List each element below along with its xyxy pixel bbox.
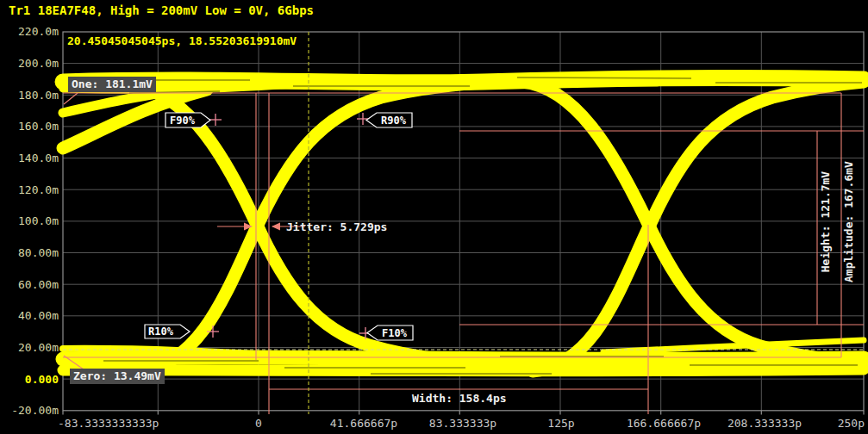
x-tick-label: 41.666667p bbox=[330, 417, 397, 430]
f90-tag: F90% bbox=[170, 115, 195, 127]
jitter-measurement: Jitter: 5.729ps bbox=[286, 220, 387, 233]
x-tick-label: -83.3333333333p bbox=[58, 417, 159, 430]
zero-level-label: Zero: 13.49mV bbox=[70, 369, 165, 384]
axis-ticks bbox=[63, 411, 864, 415]
x-tick-label: 83.333333p bbox=[429, 417, 496, 430]
y-tick-label: 220.0m bbox=[5, 25, 59, 38]
height-measurement: Height: 121.7mV bbox=[819, 153, 832, 291]
x-tick-label: 208.333333p bbox=[727, 417, 802, 430]
y-tick-label: 140.0m bbox=[5, 152, 59, 164]
y-tick-label: 200.0m bbox=[5, 57, 59, 70]
y-tick-label: -20.00m bbox=[5, 404, 59, 417]
r90-tag: R90% bbox=[381, 115, 406, 127]
x-tick-label: 125p bbox=[547, 417, 574, 430]
y-tick-label-zero: 0.000 bbox=[5, 373, 59, 386]
x-tick-label: 0 bbox=[255, 417, 262, 430]
y-tick-label: 100.0m bbox=[5, 214, 59, 227]
y-tick-label: 160.0m bbox=[5, 120, 59, 133]
amplitude-measurement: Amplitude: 167.6mV bbox=[842, 136, 855, 308]
y-tick-label: 120.0m bbox=[5, 183, 59, 196]
y-tick-label: 80.00m bbox=[5, 246, 59, 259]
y-tick-label: 40.00m bbox=[5, 309, 59, 322]
one-level-label: One: 181.1mV bbox=[68, 77, 156, 92]
r10-tag: R10% bbox=[148, 326, 173, 338]
x-tick-label: 166.666667p bbox=[627, 417, 701, 430]
f10-tag: F10% bbox=[382, 327, 407, 339]
x-tick-label: 250p bbox=[838, 417, 865, 430]
y-tick-label: 20.00m bbox=[5, 341, 59, 354]
width-measurement: Width: 158.4ps bbox=[412, 392, 507, 405]
y-tick-label: 60.00m bbox=[5, 278, 59, 291]
y-tick-label: 180.0m bbox=[5, 89, 59, 102]
oscilloscope-screen: Tr1 18EA7F48, High = 200mV Low = 0V, 6Gb… bbox=[0, 0, 868, 434]
cursor-readout: 20.45045045045ps, 18.55203619910mV bbox=[67, 34, 297, 47]
